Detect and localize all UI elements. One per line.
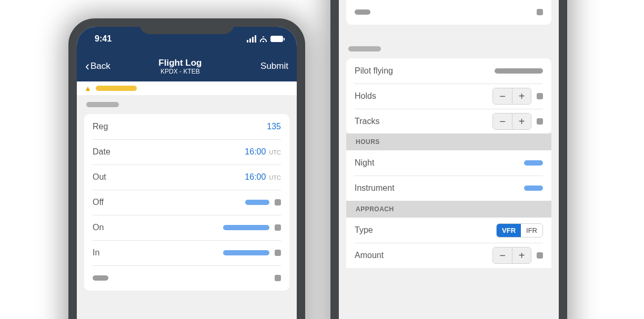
value-unit-placeholder [537, 252, 543, 259]
row-value-placeholder [524, 186, 543, 191]
row-value: 16:00 [245, 172, 266, 182]
row-label: Date [93, 147, 110, 157]
row-in[interactable]: In [84, 240, 289, 265]
row-label: Out [93, 172, 106, 182]
alert-strip: ▲ [77, 81, 297, 95]
value-bar [245, 200, 269, 205]
value-bar [223, 225, 269, 230]
row-label: Reg [93, 122, 108, 131]
times-card-right: In [346, 0, 551, 25]
row-label-placeholder [93, 275, 108, 281]
row-off[interactable]: Off [84, 190, 289, 215]
row-value: 16:00 [245, 147, 266, 157]
value-unit-placeholder [275, 250, 281, 256]
signal-icon [247, 35, 256, 43]
row-unit: UTC [269, 174, 281, 181]
row-value-placeholder [495, 68, 543, 74]
value-bar [524, 160, 543, 166]
row-tracks: Tracks − + [346, 109, 551, 134]
submit-button[interactable]: Submit [260, 61, 288, 71]
row-label-placeholder [355, 9, 370, 15]
wifi-icon [259, 36, 268, 42]
row-value-placeholder [223, 250, 281, 256]
status-time: 9:41 [95, 34, 112, 44]
flying-card: Pilot flying Holds − + [346, 58, 551, 134]
stepper-minus-button[interactable]: − [493, 248, 512, 263]
row-placeholder[interactable] [346, 0, 551, 25]
row-night[interactable]: Night [346, 150, 551, 176]
warning-icon: ▲ [84, 84, 92, 92]
row-value-placeholder [223, 224, 281, 231]
holds-stepper[interactable]: − + [492, 88, 531, 105]
row-label: Off [93, 198, 104, 207]
phone-frame-left: 9:41 ‹ Back Flight Log KPDX - KTEB Submi… [68, 18, 305, 319]
nav-title-sub: KPDX - KTEB [100, 68, 260, 75]
section-header-placeholder [339, 39, 559, 58]
phone-screen-right: In Pilot flying [339, 0, 559, 319]
row-label: Tracks [355, 117, 379, 126]
chevron-left-icon: ‹ [85, 60, 89, 73]
row-label: Instrument [355, 183, 395, 193]
row-value-placeholder [524, 160, 543, 166]
row-label: Type [355, 225, 373, 235]
approach-card: Type VFR IFR Amount − + [346, 218, 551, 268]
value-bar [223, 250, 269, 255]
status-icons [247, 35, 283, 43]
row-label: Amount [355, 251, 384, 260]
row-value: 135 [267, 122, 281, 131]
phone-screen-left: 9:41 ‹ Back Flight Log KPDX - KTEB Submi… [77, 27, 297, 319]
stepper-minus-button[interactable]: − [493, 88, 512, 104]
nav-title: Flight Log KPDX - KTEB [100, 58, 260, 75]
value-bar [524, 186, 543, 191]
row-label: Holds [355, 91, 376, 101]
alert-text-placeholder [96, 86, 137, 91]
row-unit: UTC [269, 149, 281, 156]
value-unit-placeholder [537, 118, 543, 125]
stepper-plus-button[interactable]: + [512, 88, 531, 104]
row-label: On [93, 223, 104, 232]
row-out[interactable]: Out 16:00 UTC [84, 164, 289, 190]
row-on[interactable]: On [84, 215, 289, 240]
row-date[interactable]: Date 16:00 UTC [84, 139, 289, 164]
row-amount: Amount − + [346, 243, 551, 268]
value-unit-placeholder [275, 275, 281, 281]
row-pilot-flying[interactable]: Pilot flying [346, 58, 551, 84]
value-unit-placeholder [537, 93, 543, 99]
section-hours: HOURS [346, 133, 551, 150]
section-header-placeholder [77, 95, 297, 114]
tracks-stepper[interactable]: − + [492, 113, 531, 130]
value-bar [495, 68, 543, 74]
segment-ifr[interactable]: IFR [521, 224, 542, 237]
value-unit-placeholder [275, 224, 281, 231]
row-label: Pilot flying [355, 66, 393, 76]
stepper-plus-button[interactable]: + [512, 248, 531, 263]
row-label: In [93, 248, 99, 258]
hours-card: Night Instrument [346, 150, 551, 201]
type-segmented[interactable]: VFR IFR [496, 223, 543, 238]
row-holds: Holds − + [346, 84, 551, 109]
stepper-minus-button[interactable]: − [493, 114, 512, 129]
phone-notch [139, 18, 234, 34]
row-reg[interactable]: Reg 135 [84, 114, 289, 139]
row-label: Night [355, 158, 374, 168]
row-value-placeholder [537, 9, 543, 15]
segment-vfr[interactable]: VFR [497, 224, 521, 237]
nav-header: ‹ Back Flight Log KPDX - KTEB Submit [77, 51, 297, 81]
phone-frame-right: In Pilot flying [330, 0, 567, 319]
row-placeholder[interactable] [84, 265, 289, 291]
flight-times-card: Reg 135 Date 16:00 UTC Out 16:00 UTC Off [84, 114, 289, 291]
nav-title-main: Flight Log [100, 58, 260, 68]
amount-stepper[interactable]: − + [492, 247, 531, 264]
row-value-placeholder [275, 275, 281, 281]
stepper-plus-button[interactable]: + [512, 114, 531, 129]
row-instrument[interactable]: Instrument [346, 176, 551, 201]
battery-icon [270, 36, 283, 42]
value-unit-placeholder [537, 9, 543, 15]
row-value-placeholder [245, 199, 281, 205]
section-approach: APPROACH [346, 201, 551, 218]
row-type: Type VFR IFR [346, 218, 551, 243]
value-unit-placeholder [275, 199, 281, 205]
